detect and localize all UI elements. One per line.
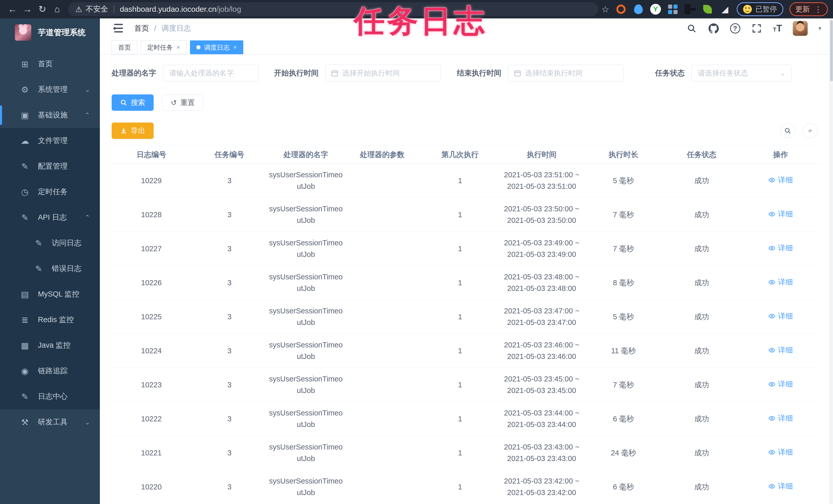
reload-icon[interactable]: ↻	[35, 2, 50, 17]
sidebar-item-redis-monitor[interactable]: ≣ Redis 监控	[0, 307, 100, 333]
extension-orange-icon[interactable]	[615, 4, 626, 15]
cell-exec-time: 2021-05-03 23:50:00 ~ 2021-05-03 23:50:0…	[500, 198, 584, 232]
cell-handler: sysUserSessionTimeoutJob	[268, 368, 344, 402]
reset-button[interactable]: ↺ 重置	[162, 94, 203, 111]
calendar-icon	[514, 69, 521, 77]
eye-icon: ◉	[19, 366, 31, 376]
sidebar-item-scheduled-jobs[interactable]: ◷ 定时任务	[0, 179, 100, 205]
search-button[interactable]: 搜索	[112, 94, 153, 111]
detail-link[interactable]: 详细	[768, 412, 793, 424]
detail-link[interactable]: 详细	[768, 310, 793, 322]
cell-exec-count: 1	[420, 470, 500, 504]
export-button[interactable]: 导出	[112, 123, 153, 139]
handler-name-input[interactable]	[163, 65, 258, 82]
tab-job-log[interactable]: 调度日志 ×	[190, 41, 243, 54]
cell-log-id: 10225	[112, 300, 191, 334]
search-icon[interactable]	[686, 23, 697, 34]
breadcrumb-home[interactable]: 首页	[134, 23, 149, 33]
tab-home[interactable]: 首页	[112, 41, 137, 54]
sidebar-item-home[interactable]: ⊞ 首页	[0, 51, 100, 77]
cell-log-id: 10228	[112, 198, 191, 232]
sidebar-item-mysql-monitor[interactable]: ▤ MySQL 监控	[0, 281, 100, 307]
gear-icon: ⚙	[19, 85, 31, 95]
cell-handler: sysUserSessionTimeoutJob	[268, 334, 344, 368]
table-header-row: 日志编号 任务编号 处理器的名字 处理器的参数 第几次执行 执行时间 执行时长 …	[112, 146, 821, 164]
window-scrollbar[interactable]	[829, 19, 833, 504]
sidebar-item-system[interactable]: ⚙ 系统管理 ⌄	[0, 77, 100, 102]
close-icon[interactable]: ×	[176, 44, 180, 51]
cell-param	[344, 198, 420, 232]
sidebar-item-access-log[interactable]: ✎ 访问日志	[0, 230, 100, 256]
sidebar-item-log-center[interactable]: ✎ 日志中心	[0, 384, 100, 409]
fullscreen-icon[interactable]	[751, 23, 762, 34]
sidebar-item-file-manage[interactable]: ☁ 文件管理	[0, 128, 100, 153]
app-logo-row[interactable]: 芋道管理系统	[0, 19, 100, 47]
user-avatar[interactable]	[793, 21, 808, 36]
end-time-input[interactable]	[508, 65, 624, 82]
detail-link[interactable]: 详细	[768, 174, 793, 186]
cell-duration: 7 毫秒	[584, 198, 664, 232]
address-bar[interactable]: ⚠ 不安全 dashboard.yudao.iocoder.cn/job/log	[68, 2, 598, 16]
sidebar-item-java-monitor[interactable]: ▦ Java 监控	[0, 333, 100, 358]
cell-exec-count: 1	[420, 198, 500, 232]
chevron-up-icon: ⌃	[85, 213, 90, 222]
cell-param	[344, 436, 420, 470]
extension-grid-icon[interactable]	[667, 4, 678, 15]
cell-exec-count: 1	[420, 300, 500, 334]
paused-label: 已暂停	[755, 4, 777, 14]
cell-exec-count: 1	[420, 436, 500, 470]
emoji-avatar-icon	[743, 5, 752, 14]
extension-y-icon[interactable]: Y	[650, 4, 661, 15]
refresh-button[interactable]: ⟳	[803, 123, 818, 138]
home-icon[interactable]: ⌂	[50, 2, 65, 17]
sidebar-item-trace[interactable]: ◉ 链路追踪	[0, 358, 100, 384]
cell-param	[344, 266, 420, 300]
detail-link[interactable]: 详细	[768, 378, 793, 390]
update-label: 更新	[795, 4, 810, 14]
col-actions: 操作	[740, 146, 821, 164]
detail-link[interactable]: 详细	[768, 344, 793, 356]
cell-status: 成功	[663, 266, 740, 300]
sidebar-item-error-log[interactable]: ✎ 错误日志	[0, 256, 100, 281]
forward-icon[interactable]: →	[20, 2, 35, 17]
cloud-upload-icon: ☁	[19, 136, 31, 146]
browser-update-button[interactable]: 更新 ⋮	[789, 2, 828, 16]
detail-link[interactable]: 详细	[768, 242, 793, 254]
cell-log-id: 10222	[112, 402, 191, 436]
start-time-input[interactable]	[325, 65, 441, 82]
browser-menu-icon[interactable]: ⋮	[814, 5, 822, 14]
tab-scheduled-jobs[interactable]: 定时任务 ×	[141, 41, 186, 54]
cell-duration: 6 毫秒	[584, 402, 664, 436]
sidebar-item-api-log[interactable]: ✎ API 日志 ⌃	[0, 205, 100, 230]
handler-name-label: 处理器的名字	[112, 68, 156, 78]
extension-leaf-icon[interactable]	[702, 4, 713, 15]
sidebar-item-dev-tools[interactable]: ⚒ 研发工具 ⌄	[0, 409, 100, 435]
back-icon[interactable]: ←	[5, 2, 20, 17]
collapse-sidebar-icon[interactable]	[112, 24, 123, 33]
toggle-search-button[interactable]	[780, 123, 795, 138]
cell-duration: 5 毫秒	[584, 300, 664, 334]
profile-paused-pill[interactable]: 已暂停	[737, 2, 783, 16]
extensions-puzzle-icon[interactable]: ◢	[719, 4, 731, 15]
font-size-icon[interactable]: TT	[773, 23, 782, 34]
bookmark-star-icon[interactable]: ☆	[601, 4, 609, 14]
github-icon[interactable]	[708, 23, 719, 34]
sidebar-item-infrastructure[interactable]: ▣ 基础设施 ⌃	[0, 102, 100, 128]
cell-duration: 6 毫秒	[584, 470, 664, 504]
detail-link[interactable]: 详细	[768, 447, 793, 458]
extension-blue-icon[interactable]	[633, 4, 644, 15]
cell-job-id: 3	[191, 402, 268, 436]
user-menu-caret-icon[interactable]: ▾	[818, 25, 821, 32]
detail-link[interactable]: 详细	[768, 276, 793, 288]
extension-on-badge-icon[interactable]: on	[685, 4, 696, 15]
col-duration: 执行时长	[584, 146, 664, 164]
app-logo	[15, 24, 31, 41]
detail-link[interactable]: 详细	[768, 480, 793, 492]
sidebar-item-config-manage[interactable]: ✎ 配置管理	[0, 153, 100, 179]
cell-actions: 详细	[740, 266, 821, 300]
detail-link[interactable]: 详细	[768, 208, 793, 220]
col-exec-count: 第几次执行	[420, 146, 500, 164]
close-icon[interactable]: ×	[233, 44, 237, 51]
job-status-select[interactable]: 请选择任务状态 ⌄	[691, 65, 792, 82]
help-icon[interactable]: ?	[730, 23, 740, 33]
